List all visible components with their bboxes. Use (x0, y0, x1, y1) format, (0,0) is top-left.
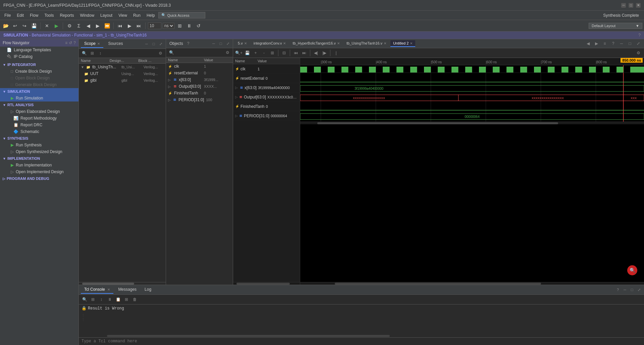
menu-help[interactable]: Help (144, 12, 158, 19)
wave-signal-row-finished[interactable]: ⚡ FinishedTanh 0 (233, 102, 300, 111)
nav-item-ip-catalog[interactable]: 🔌 IP Catalog (0, 53, 78, 60)
menu-flow[interactable]: Flow (27, 12, 41, 19)
nav-open-block-design[interactable]: □ Open Block Design (0, 75, 78, 81)
nav-open-implemented-design[interactable]: ▷ Open Implemented Design (0, 168, 78, 175)
time-value-input[interactable] (148, 22, 161, 29)
wave-settings2-btn[interactable]: ⚙ (635, 49, 642, 57)
wave-last-btn[interactable]: ⏭ (301, 49, 308, 57)
tab-log[interactable]: Log (141, 286, 155, 294)
tb-delete-button[interactable]: ✕ (43, 22, 51, 30)
wave-magnify-button[interactable]: 🔍 (627, 265, 637, 275)
wave-signal-row-clk[interactable]: ⚡ clk 1 (233, 64, 300, 74)
tab-tcl-console[interactable]: Tcl Console ✕ (81, 286, 113, 294)
tab-scope[interactable]: Scope ✕ (81, 40, 103, 48)
tab-messages[interactable]: Messages (115, 286, 140, 294)
scope-tab-close[interactable]: ✕ (97, 42, 100, 46)
tcl-clear-btn[interactable]: 🗑 (131, 296, 139, 303)
minimize-button[interactable]: ─ (621, 3, 626, 8)
wave-minimize-btn[interactable]: ─ (618, 40, 625, 47)
obj-row-period31[interactable]: ▷ 〓 PERIOD[31:0] 100 (166, 96, 233, 103)
wave-save-btn[interactable]: 💾 (244, 49, 251, 57)
scope-scrollbar[interactable] (79, 282, 166, 285)
scope-row-uut[interactable]: 📁 UUT Using... Verilog... (79, 70, 166, 77)
tb-fwd-button[interactable]: ⏭ (135, 22, 143, 30)
nav-schematic[interactable]: 🔷 Schematic (0, 128, 78, 135)
close-button[interactable]: ✕ (636, 3, 641, 8)
wave-prev-edge-btn[interactable]: ◀| (312, 49, 320, 57)
tb-save-button[interactable]: 💾 (30, 22, 38, 30)
wave-tab-hyperbolic[interactable]: tb_HyperBolicTangent16.v ✕ (290, 40, 342, 47)
obj-row-clk[interactable]: ⚡ clk 1 (166, 63, 233, 70)
scope-minimize-btn[interactable]: ─ (144, 41, 150, 47)
collapse-icon[interactable]: ≡ (65, 41, 67, 45)
tb-undo-button[interactable]: ↩ (11, 22, 19, 30)
tcl-restore-btn[interactable]: □ (629, 287, 635, 293)
tcl-search-btn[interactable]: 🔍 (81, 296, 88, 303)
nav-open-elaborated-design[interactable]: ▷ Open Elaborated Design (0, 108, 78, 115)
nav-item-language-templates[interactable]: 📄 Language Templates (0, 47, 78, 53)
tb-prev-button[interactable]: ◀ (84, 22, 92, 30)
sim-help-icon[interactable]: ? (638, 33, 641, 38)
scope-restore-btn[interactable]: □ (151, 41, 157, 47)
tb-config-button[interactable]: ⚙ (65, 22, 73, 30)
wave-snap-btn[interactable]: ⊟ (280, 49, 288, 57)
objects-restore-btn[interactable]: □ (218, 41, 224, 47)
maximize-button[interactable]: □ (629, 3, 633, 8)
quick-access-bar[interactable]: 🔍 Quick Access (158, 12, 205, 18)
menu-tools[interactable]: Tools (42, 12, 56, 19)
scope-sort-btn[interactable]: ↕ (97, 50, 104, 57)
wave-h-scrollbar[interactable] (300, 122, 644, 124)
wave-first-btn[interactable]: ⏮ (292, 49, 300, 57)
tcl-command-input[interactable] (82, 339, 641, 344)
section-synthesis[interactable]: ▼ SYNTHESIS (0, 135, 78, 142)
layout-dropdown[interactable]: Default Layout ▼ (589, 23, 642, 29)
wave-restore-btn[interactable]: □ (626, 40, 634, 47)
tb-open-button[interactable]: 📂 (2, 22, 10, 30)
wave-prev-tab-btn[interactable]: ◀ (584, 40, 592, 47)
section-rtl-analysis[interactable]: ▼ RTL ANALYSIS (0, 101, 78, 108)
section-implementation[interactable]: ▼ IMPLEMENTATION (0, 155, 78, 162)
section-simulation[interactable]: ▼ SIMULATION (0, 88, 78, 95)
menu-layout[interactable]: Layout (98, 12, 115, 19)
tb-play2-button[interactable]: ▶ (94, 22, 102, 30)
nav-generate-block-design[interactable]: □ Generate Block Design (0, 81, 78, 88)
section-ip-integrator[interactable]: ▼ IP INTEGRATOR (0, 61, 78, 68)
obj-row-resetexternal[interactable]: ⚡ resetExternal 0 (166, 70, 233, 76)
tb-pause-btn[interactable]: ⏸ (185, 22, 193, 30)
tcl-maximize-btn[interactable]: ⤢ (636, 287, 642, 293)
wave-maximize-btn[interactable]: ⤢ (635, 40, 642, 47)
tcl-copy-btn[interactable]: 📋 (114, 296, 122, 303)
nav-create-block-design[interactable]: □ Create Block Design (0, 68, 78, 75)
tcl-pause-btn[interactable]: ⏸ (106, 296, 113, 303)
tcl-minimize-btn[interactable]: ─ (622, 287, 628, 293)
wave-help-btn[interactable]: ? (609, 40, 617, 47)
scope-filter-btn[interactable]: ⊞ (89, 50, 96, 57)
help-icon[interactable]: ? (73, 41, 76, 45)
wave-tab-usingtanh-close[interactable]: ✕ (384, 42, 386, 45)
tb-fast-button[interactable]: ⏩ (103, 22, 111, 30)
scope-maximize-btn[interactable]: ⤢ (158, 41, 164, 47)
menu-edit[interactable]: Edit (14, 12, 26, 19)
tb-sigma-button[interactable]: Σ (75, 22, 83, 30)
menu-window[interactable]: Window (77, 12, 97, 19)
tcl-table-btn[interactable]: ⊞ (123, 296, 130, 303)
nav-run-implementation[interactable]: ▶ Run Implementation (0, 162, 78, 168)
obj-settings-btn[interactable]: ⚙ (224, 49, 231, 56)
wave-tab-untitled2-close[interactable]: ✕ (410, 42, 413, 45)
wave-signal-row-output63[interactable]: ▷ 〓 Output[63:0] XXXXXXXX3c000000 (233, 92, 300, 102)
scope-row-tb-using[interactable]: ▼ 📁 tb_UsingTh... tb_Usi... Verilog... (79, 64, 166, 70)
obj-row-output63[interactable]: ▷ 〓 Output[63:0] XXXX... (166, 83, 233, 90)
wave-names-scrollbar[interactable] (233, 282, 300, 285)
tb-run-button[interactable]: ▶ (52, 22, 60, 30)
tcl-tab-close[interactable]: ✕ (107, 288, 110, 291)
wave-canvas-scrollbar[interactable] (300, 282, 644, 285)
wave-next-edge-btn[interactable]: |▶ (321, 49, 328, 57)
time-unit-select[interactable]: ns ps us (163, 23, 174, 29)
tcl-sort-btn[interactable]: ↕ (98, 296, 105, 303)
objects-question-icon[interactable]: ? (187, 41, 190, 46)
menu-view[interactable]: View (116, 12, 130, 19)
wave-tab-untitled2[interactable]: Untitled 2 ✕ (390, 40, 415, 47)
wave-signal-row-period[interactable]: ▷ 〓 PERIOD[31:0] 00000064 (233, 111, 300, 121)
nav-run-simulation[interactable]: ▶ Run Simulation (0, 95, 78, 101)
menu-file[interactable]: File (2, 12, 13, 19)
